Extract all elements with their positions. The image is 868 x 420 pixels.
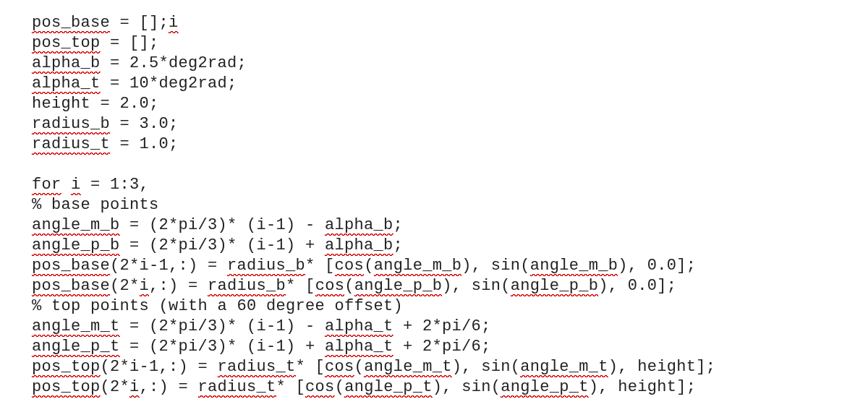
tok: = (2*pi/3)* (i-1) + <box>120 338 326 356</box>
tok: alpha_b <box>325 216 393 236</box>
tok: cos <box>325 358 354 377</box>
tok: ), sin( <box>433 378 501 396</box>
tok: angle_p_b <box>511 277 599 296</box>
tok: angle_m_t <box>364 358 452 377</box>
tok: ), 0.0]; <box>598 277 676 295</box>
tok: radius_t <box>32 135 110 155</box>
tok: angle_m_b <box>374 257 462 276</box>
tok: cos <box>305 378 335 398</box>
tok: height = 2.0; <box>32 95 159 113</box>
tok: ), sin( <box>442 277 511 295</box>
tok: for <box>32 176 61 195</box>
tok: radius_t <box>198 378 276 398</box>
tok: angle_p_b <box>354 277 443 296</box>
tok: radius_t <box>218 358 296 377</box>
tok: radius_b <box>208 277 286 296</box>
tok: alpha_b <box>32 54 101 74</box>
tok: = 10*deg2rad; <box>101 74 237 93</box>
tok: + 2*pi/6; <box>393 338 491 356</box>
tok: = []; <box>101 34 159 52</box>
tok: pos_top <box>32 34 101 53</box>
tok: angle_m_t <box>32 317 120 337</box>
tok: = 1.0; <box>110 135 179 153</box>
tok: * [ <box>305 257 335 275</box>
tok: ), height]; <box>589 378 697 396</box>
tok: = 1:3, <box>81 176 150 194</box>
tok: = 3.0; <box>110 115 179 133</box>
tok: * [ <box>296 358 326 376</box>
tok: angle_p_b <box>32 236 120 256</box>
tok: ( <box>335 378 345 396</box>
tok: angle_p_t <box>32 338 120 357</box>
tok: * [ <box>286 277 315 295</box>
tok: i <box>169 14 179 33</box>
tok: % base points <box>32 196 159 214</box>
tok: cos <box>315 277 345 296</box>
tok: ), sin( <box>461 257 530 275</box>
tok <box>61 176 72 194</box>
tok: % top points (with a 60 degree offset) <box>32 297 403 315</box>
tok: ; <box>393 236 404 254</box>
tok: angle_p_t <box>344 378 433 398</box>
tok: ( <box>364 257 374 275</box>
tok: pos_top <box>32 358 101 377</box>
tok: ,:) = <box>149 277 208 295</box>
tok: ), height]; <box>608 358 716 376</box>
tok: angle_m_t <box>520 358 608 377</box>
tok: ), sin( <box>452 358 521 376</box>
tok: i <box>129 378 140 398</box>
tok: alpha_t <box>32 74 101 94</box>
tok: cos <box>335 257 365 276</box>
tok: = (2*pi/3)* (i-1) + <box>120 236 326 254</box>
tok: angle_p_t <box>501 378 589 398</box>
tok: + 2*pi/6; <box>393 317 491 335</box>
tok: ; <box>393 216 404 234</box>
tok: = (2*pi/3)* (i-1) - <box>120 216 326 234</box>
tok: alpha_t <box>325 338 393 357</box>
tok: = 2.5*deg2rad; <box>101 54 247 72</box>
tok: * [ <box>276 378 306 396</box>
tok: (2* <box>101 378 130 396</box>
tok: radius_b <box>32 115 110 134</box>
tok: pos_base <box>32 257 110 276</box>
tok: ( <box>344 277 354 295</box>
tok: pos_top <box>32 378 101 398</box>
tok: alpha_t <box>325 317 393 337</box>
tok: alpha_b <box>325 236 393 256</box>
tok: angle_m_b <box>530 257 618 276</box>
tok: i <box>71 176 81 195</box>
tok: pos_base <box>32 277 110 296</box>
tok: radius_b <box>227 257 305 276</box>
tok: = (2*pi/3)* (i-1) - <box>120 317 326 335</box>
tok: i <box>140 277 150 296</box>
tok: = []; <box>110 14 169 32</box>
tok: (2* <box>110 277 140 295</box>
tok: pos_base <box>32 14 110 33</box>
tok: (2*i-1,:) = <box>110 257 227 275</box>
code-block: pos_base = [];i pos_top = []; alpha_b = … <box>0 0 868 398</box>
tok: (2*i-1,:) = <box>101 358 218 376</box>
tok: angle_m_b <box>32 216 120 236</box>
tok: ,:) = <box>140 378 198 396</box>
tok: ( <box>354 358 365 376</box>
tok: ), 0.0]; <box>618 257 696 275</box>
